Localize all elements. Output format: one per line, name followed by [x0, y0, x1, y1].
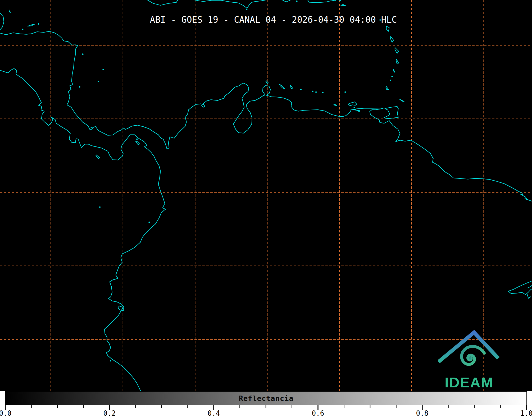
- coastline-jamaica_south: [148, 0, 178, 5]
- coastline-pacific_mainland: [0, 68, 166, 391]
- coastline-hispaniola_south: [194, 0, 266, 8]
- ideam-logo: IDEAM: [438, 329, 501, 391]
- coastline-amazon_branch_xingu: [527, 294, 531, 298]
- small-island-dot: [79, 86, 80, 88]
- small-island-dot: [315, 91, 317, 93]
- image-title: ABI - GOES 19 - CANAL 04 - 2026-04-30 04…: [7, 15, 532, 25]
- colorbar-gradient: Reflectancia: [5, 391, 527, 405]
- coastline-trinidad: [384, 107, 398, 119]
- small-island-dot: [354, 107, 355, 108]
- coastline-vieques: [332, 0, 336, 1]
- colorbar-tick-label: 0.0: [0, 409, 17, 417]
- small-island-dot: [102, 69, 104, 70]
- small-island-dot: [99, 207, 101, 208]
- coastline-bonaire: [290, 85, 293, 89]
- colorbar-tick-label: 0.4: [202, 409, 226, 417]
- coastline-guadeloupe: [386, 26, 389, 31]
- colorbar-tick-marks: [0, 405, 532, 410]
- satellite-map: ABI - GOES 19 - CANAL 04 - 2026-04-30 04…: [0, 0, 532, 391]
- small-island-dot: [110, 360, 111, 361]
- coastline-turneffe: [9, 10, 10, 13]
- small-island-dot: [390, 80, 391, 81]
- coastline-martinique: [395, 48, 399, 53]
- coastline-belize_sliver: [0, 13, 4, 30]
- coastline-isla_rey: [136, 142, 140, 145]
- small-island-dot: [322, 92, 324, 93]
- coastline-st_croix: [341, 4, 346, 6]
- logo-spiral-eye-icon: [469, 357, 471, 360]
- small-island-dot: [312, 91, 313, 92]
- coastline-grenada: [386, 86, 389, 90]
- coastline-caribbean_mainland: [0, 31, 532, 202]
- logo-wordmark: IDEAM: [445, 374, 493, 390]
- coastline-st_lucia: [396, 59, 398, 64]
- small-island-dot: [98, 81, 99, 82]
- small-island-dot: [392, 76, 393, 77]
- colorbar-tick-label: 0.6: [306, 409, 330, 417]
- coastline-tobago: [399, 99, 404, 102]
- coastline-tortuga: [334, 104, 337, 106]
- satellite-image-viewer: ABI - GOES 19 - CANAL 04 - 2026-04-30 04…: [0, 0, 532, 417]
- small-island-dot: [300, 89, 302, 90]
- coastline-coiba: [96, 155, 100, 159]
- coastline-puerto_rico_south: [308, 0, 331, 3]
- colorbar: Reflectancia 0.00.20.40.60.81.0: [0, 391, 532, 417]
- small-island-dot: [344, 91, 346, 93]
- coastline-margarita: [348, 102, 357, 106]
- colorbar-tick-label: 1.0: [515, 409, 532, 417]
- coastline-amazon_branch_north: [528, 285, 532, 288]
- coastline-curacao: [280, 84, 285, 89]
- coastline-dominica: [390, 36, 394, 42]
- coastline-saona_bit: [283, 0, 290, 2]
- colorbar-tick-label: 0.2: [98, 409, 121, 417]
- small-island-dot: [82, 53, 84, 55]
- small-island-dot: [246, 8, 247, 10]
- small-island-dot: [148, 222, 150, 223]
- colorbar-tick-label: 0.8: [410, 409, 434, 417]
- coastline-st_vincent: [394, 70, 395, 72]
- small-island-dot: [296, 1, 298, 2]
- logo-hurricane-spiral-icon: [462, 346, 484, 364]
- small-island-dot: [136, 139, 138, 140]
- small-island-dot: [22, 29, 23, 30]
- colorbar-label: Reflectancia: [239, 394, 293, 402]
